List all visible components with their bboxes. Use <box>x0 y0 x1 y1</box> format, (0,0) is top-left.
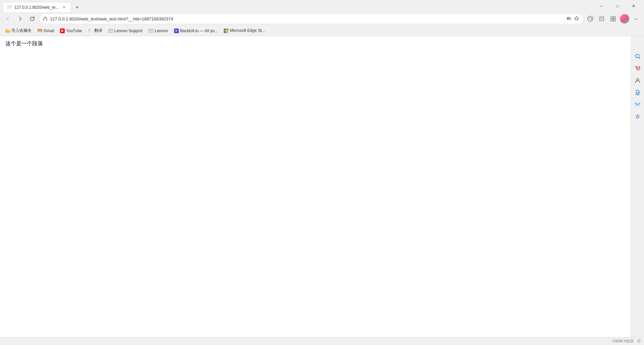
bookmark-backtolt-label: Backtolt.io — All yo... <box>180 28 218 33</box>
tab-strip: 127.0.0.1:8020/web_te... ✕ + <box>3 0 594 12</box>
svg-rect-9 <box>613 19 615 21</box>
minimize-button[interactable]: ─ <box>594 1 609 11</box>
sidebar-stars-button[interactable] <box>632 111 643 122</box>
forward-button[interactable] <box>15 13 25 24</box>
bookmark-imports-label: 导入收藏夹 <box>11 28 32 34</box>
svg-point-16 <box>639 70 639 70</box>
close-button[interactable]: ✕ <box>626 1 641 11</box>
svg-rect-7 <box>613 16 615 18</box>
bookmark-gmail-label: Gmail <box>44 28 54 33</box>
maximize-button[interactable]: □ <box>610 1 625 11</box>
tab-close-button[interactable]: ✕ <box>61 5 67 10</box>
status-text: CSDN ©社区 <box>612 339 634 344</box>
tab-favicon <box>7 5 12 10</box>
security-icon <box>43 16 47 22</box>
youtube-icon <box>60 28 65 33</box>
svg-rect-3 <box>8 8 10 9</box>
sidebar-panel: + <box>631 48 644 337</box>
active-tab[interactable]: 127.0.0.1:8020/web_te... ✕ <box>3 2 71 12</box>
bookmark-lenovo-support[interactable]: Lenovo Support <box>106 27 146 35</box>
svg-rect-6 <box>611 16 613 18</box>
svg-text:T: T <box>88 29 91 33</box>
svg-rect-12 <box>109 29 113 33</box>
bookmark-youtube[interactable]: YouTube <box>57 27 85 35</box>
bookmarks-bar: 导入收藏夹 Gmail YouTube <box>0 25 644 36</box>
bookmark-lenovo-label: Lenovo <box>155 28 168 33</box>
lenovo-icon <box>149 28 153 33</box>
new-tab-button[interactable]: + <box>72 3 82 12</box>
bookmark-lenovo-support-label: Lenovo Support <box>114 28 143 33</box>
bookmark-ms-edge-label: Microsoft Edge 加... <box>230 28 265 34</box>
title-bar: 127.0.0.1:8020/web_te... ✕ + ─ □ ✕ <box>0 0 644 12</box>
sidebar-outlook-button[interactable] <box>632 99 643 110</box>
read-aloud-icon[interactable] <box>566 16 571 22</box>
window-controls: ─ □ ✕ <box>594 1 644 11</box>
bookmark-translate[interactable]: T 翻译 <box>86 26 105 35</box>
svg-point-5 <box>588 16 593 21</box>
bookmark-imports[interactable]: 导入收藏夹 <box>3 26 34 35</box>
bookmark-lenovo[interactable]: Lenovo <box>146 27 170 35</box>
translate-icon: T <box>88 28 93 33</box>
bookmark-youtube-label: YouTube <box>66 28 82 33</box>
svg-point-20 <box>638 340 640 342</box>
collections-button[interactable] <box>608 13 619 24</box>
svg-rect-13 <box>149 29 153 33</box>
page-paragraph: 这个是一个段落 <box>5 40 625 47</box>
refresh-button[interactable] <box>27 13 38 24</box>
profile-button[interactable] <box>619 13 630 24</box>
lenovo-support-icon <box>108 28 113 33</box>
svg-point-15 <box>637 70 638 70</box>
nav-right-icons: ··· <box>585 13 641 24</box>
folder-icon <box>5 28 10 33</box>
gmail-icon <box>38 28 42 33</box>
settings-gear-icon[interactable] <box>637 339 641 344</box>
favorites-star-icon[interactable] <box>574 16 579 22</box>
back-button[interactable] <box>3 13 13 24</box>
url-input[interactable] <box>50 16 563 21</box>
sidebar-profile-button[interactable] <box>632 75 643 86</box>
favorites-button[interactable] <box>596 13 607 24</box>
microsoft-icon <box>224 28 228 33</box>
more-icon: ··· <box>634 15 637 22</box>
bookmark-translate-label: 翻译 <box>94 28 102 34</box>
profile-avatar <box>620 14 629 23</box>
bookmark-backtolt[interactable]: B Backtolt.io — All yo... <box>171 27 221 35</box>
svg-rect-8 <box>611 19 613 21</box>
bookmark-ms-edge[interactable]: Microsoft Edge 加... <box>221 26 268 35</box>
web-content: 这个是一个段落 <box>0 36 631 337</box>
copilot-button[interactable] <box>585 13 596 24</box>
sidebar-shopping-button[interactable] <box>632 63 643 74</box>
backtolt-icon: B <box>174 28 179 33</box>
svg-rect-4 <box>44 18 47 21</box>
svg-rect-2 <box>8 7 12 8</box>
sidebar-search-button[interactable] <box>632 51 643 62</box>
sidebar-edge-button[interactable] <box>632 87 643 98</box>
svg-point-14 <box>635 54 639 58</box>
tab-title: 127.0.0.1:8020/web_te... <box>14 5 59 10</box>
navigation-bar: ··· <box>0 12 644 25</box>
address-bar[interactable] <box>39 13 584 24</box>
bookmark-gmail[interactable]: Gmail <box>35 27 57 35</box>
settings-more-button[interactable]: ··· <box>631 13 641 24</box>
status-bar: CSDN ©社区 <box>0 337 644 345</box>
svg-rect-1 <box>8 6 12 7</box>
